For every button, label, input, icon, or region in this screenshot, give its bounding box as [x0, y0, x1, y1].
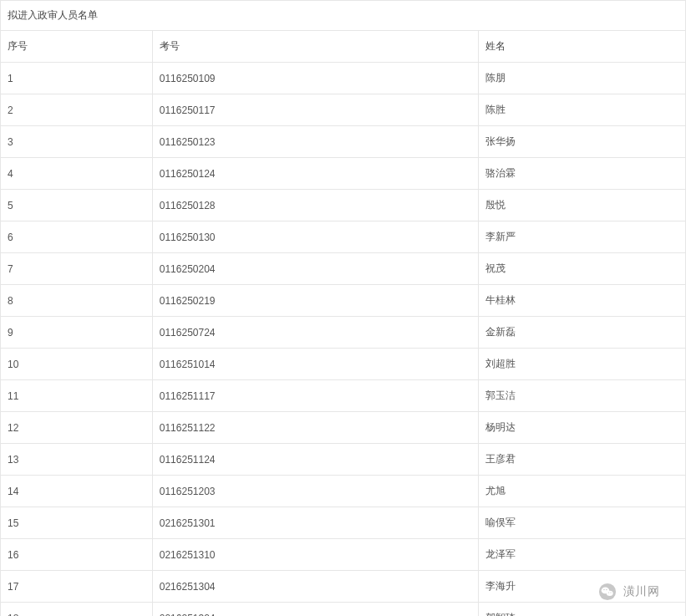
cell-name: 张华扬	[479, 126, 686, 158]
cell-examno: 0216251310	[152, 539, 479, 571]
cell-examno: 0116250219	[152, 285, 479, 317]
cell-examno: 0116251117	[152, 380, 479, 412]
table-row: 180216251324贺智琦	[1, 603, 686, 617]
table-header-row: 序号 考号 姓名	[1, 31, 686, 63]
cell-examno: 0116251203	[152, 476, 479, 507]
table-row: 90116250724金新磊	[1, 317, 686, 349]
cell-seq: 13	[1, 444, 153, 476]
cell-examno: 0216251301	[152, 507, 479, 539]
cell-seq: 2	[1, 94, 153, 126]
cell-name: 骆治霖	[479, 158, 686, 190]
cell-seq: 18	[1, 603, 153, 617]
cell-name: 杨明达	[479, 412, 686, 444]
svg-point-5	[607, 592, 608, 593]
cell-name: 贺智琦	[479, 603, 686, 617]
cell-name: 龙泽军	[479, 539, 686, 571]
cell-seq: 11	[1, 380, 153, 412]
table-row: 140116251203尤旭	[1, 476, 686, 507]
cell-seq: 14	[1, 476, 153, 507]
cell-name: 郭玉洁	[479, 380, 686, 412]
cell-examno: 0116250109	[152, 63, 479, 94]
table-row: 50116250128殷悦	[1, 190, 686, 221]
svg-point-4	[606, 589, 607, 590]
table-row: 160216251310龙泽军	[1, 539, 686, 571]
table-row: 110116251117郭玉洁	[1, 380, 686, 412]
svg-point-3	[603, 589, 604, 590]
table-title-row: 拟进入政审人员名单	[1, 1, 686, 31]
header-seq: 序号	[1, 31, 153, 63]
table-row: 80116250219牛桂林	[1, 285, 686, 317]
cell-examno: 0116250123	[152, 126, 479, 158]
cell-seq: 9	[1, 317, 153, 349]
cell-seq: 4	[1, 158, 153, 190]
cell-name: 祝茂	[479, 253, 686, 285]
cell-seq: 1	[1, 63, 153, 94]
table-row: 70116250204祝茂	[1, 253, 686, 285]
cell-name: 殷悦	[479, 190, 686, 221]
cell-seq: 16	[1, 539, 153, 571]
table-row: 40116250124骆治霖	[1, 158, 686, 190]
cell-examno: 0116250124	[152, 158, 479, 190]
cell-name: 尤旭	[479, 476, 686, 507]
svg-point-6	[610, 592, 611, 593]
table-row: 30116250123张华扬	[1, 126, 686, 158]
cell-examno: 0216251304	[152, 571, 479, 603]
cell-seq: 8	[1, 285, 153, 317]
cell-name: 牛桂林	[479, 285, 686, 317]
cell-examno: 0116251124	[152, 444, 479, 476]
cell-name: 金新磊	[479, 317, 686, 349]
table-container: 拟进入政审人员名单 序号 考号 姓名 10116250109陈朋20116250…	[0, 0, 686, 616]
cell-examno: 0116251122	[152, 412, 479, 444]
cell-examno: 0116250724	[152, 317, 479, 349]
cell-examno: 0116250128	[152, 190, 479, 221]
header-examno: 考号	[152, 31, 479, 63]
cell-name: 王彦君	[479, 444, 686, 476]
cell-seq: 17	[1, 571, 153, 603]
table-row: 20116250117陈胜	[1, 94, 686, 126]
cell-examno: 0116251014	[152, 349, 479, 380]
table-row: 100116251014刘超胜	[1, 349, 686, 380]
personnel-table: 拟进入政审人员名单 序号 考号 姓名 10116250109陈朋20116250…	[0, 0, 686, 616]
watermark: 潢川网	[598, 583, 660, 601]
cell-examno: 0216251324	[152, 603, 479, 617]
cell-seq: 6	[1, 221, 153, 253]
cell-name: 陈朋	[479, 63, 686, 94]
cell-seq: 10	[1, 349, 153, 380]
cell-seq: 15	[1, 507, 153, 539]
cell-examno: 0116250117	[152, 94, 479, 126]
watermark-text: 潢川网	[623, 584, 660, 599]
svg-point-2	[606, 591, 612, 596]
cell-seq: 12	[1, 412, 153, 444]
table-row: 60116250130李新严	[1, 221, 686, 253]
cell-name: 陈胜	[479, 94, 686, 126]
cell-examno: 0116250204	[152, 253, 479, 285]
table-row: 120116251122杨明达	[1, 412, 686, 444]
wechat-icon	[598, 583, 617, 601]
cell-name: 刘超胜	[479, 349, 686, 380]
table-row: 150216251301喻俣军	[1, 507, 686, 539]
table-row: 130116251124王彦君	[1, 444, 686, 476]
table-row: 170216251304李海升	[1, 571, 686, 603]
cell-seq: 3	[1, 126, 153, 158]
cell-name: 李新严	[479, 221, 686, 253]
cell-seq: 5	[1, 190, 153, 221]
header-name: 姓名	[479, 31, 686, 63]
cell-name: 喻俣军	[479, 507, 686, 539]
table-row: 10116250109陈朋	[1, 63, 686, 94]
cell-seq: 7	[1, 253, 153, 285]
table-title: 拟进入政审人员名单	[1, 1, 686, 31]
cell-examno: 0116250130	[152, 221, 479, 253]
